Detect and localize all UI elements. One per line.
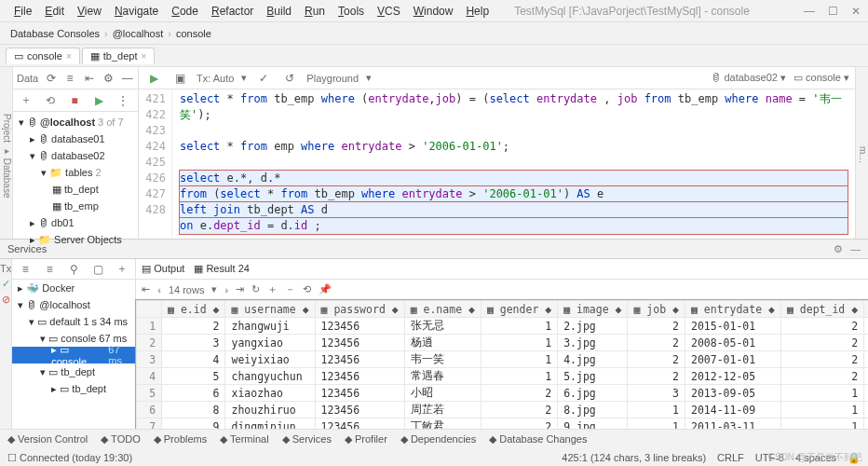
- svc-node[interactable]: ▸ ▭ console 67 ms: [12, 347, 135, 363]
- add-icon[interactable]: ＋: [17, 91, 35, 110]
- menu-file[interactable]: File: [7, 5, 38, 18]
- hide-icon[interactable]: —: [850, 243, 861, 255]
- svc-node[interactable]: ▾ 🛢 @localhost: [12, 296, 135, 313]
- tool-profiler[interactable]: ◆ Profiler: [345, 433, 387, 445]
- gear-icon[interactable]: ⚙: [834, 243, 843, 255]
- project-tool-stripe[interactable]: Project ▸ Database: [0, 67, 13, 239]
- tool-dependencies[interactable]: ◆ Dependencies: [400, 433, 476, 445]
- schema-indicator[interactable]: 🛢 database02 ▾: [711, 72, 786, 84]
- prev-page-icon[interactable]: ‹: [157, 284, 161, 295]
- hide-icon[interactable]: —: [120, 69, 134, 88]
- refresh-icon[interactable]: ⟳: [44, 69, 58, 88]
- tree-node[interactable]: ▾ 📁 tables 2: [13, 164, 138, 181]
- svc-node[interactable]: ▸ 🐳 Docker: [12, 280, 135, 296]
- close-icon[interactable]: ×: [141, 51, 146, 62]
- table-row[interactable]: 12zhangwuji123456张无忌12.jpg22015-01-01220…: [137, 318, 868, 335]
- remove-row-icon[interactable]: －: [285, 282, 295, 296]
- output-tab[interactable]: ▤ Output: [142, 263, 184, 275]
- collapse-all-icon[interactable]: ≡: [40, 260, 59, 279]
- run-icon[interactable]: ▶: [89, 91, 108, 110]
- close-icon[interactable]: ✕: [851, 5, 861, 18]
- crumb-0[interactable]: Database Consoles: [7, 28, 102, 39]
- add-row-icon[interactable]: ＋: [267, 282, 278, 296]
- next-page-icon[interactable]: ›: [224, 284, 228, 295]
- svc-node[interactable]: ▸ ▭ tb_dept: [12, 380, 135, 397]
- svc-node[interactable]: ▾ ▭ default 1 s 34 ms: [12, 313, 135, 330]
- menu-edit[interactable]: Edit: [38, 5, 71, 18]
- col-header[interactable]: ▦ e.create_time ◆: [864, 301, 868, 318]
- menu-vcs[interactable]: VCS: [371, 5, 407, 18]
- right-tool-stripe[interactable]: m…: [855, 67, 868, 239]
- table-row[interactable]: 45changyuchun123456常遇春15.jpg22012-12-052…: [137, 368, 868, 385]
- console-indicator[interactable]: ▭ console ▾: [793, 72, 849, 84]
- execute-icon[interactable]: ▶: [144, 69, 163, 88]
- menu-code[interactable]: Code: [165, 5, 205, 18]
- more-icon[interactable]: ⋮: [114, 91, 132, 110]
- tree-node[interactable]: ▦ tb_emp: [13, 198, 138, 214]
- tx-mode[interactable]: Tx: Auto: [197, 73, 234, 84]
- settings-icon[interactable]: ⚙: [102, 69, 115, 88]
- tool-terminal[interactable]: ◆ Terminal: [220, 433, 268, 445]
- expand-all-icon[interactable]: ≡: [16, 260, 34, 279]
- crumb-1[interactable]: @localhost: [110, 28, 167, 39]
- collapse-icon[interactable]: ⇤: [82, 69, 96, 88]
- col-header[interactable]: ▦ entrydate ◆: [685, 301, 780, 318]
- db-root[interactable]: ▾ 🛢 @localhost 3 of 7: [13, 114, 138, 130]
- explain-icon[interactable]: ▣: [170, 69, 189, 88]
- last-page-icon[interactable]: ⇥: [236, 283, 244, 295]
- reload-icon[interactable]: ↻: [251, 283, 260, 295]
- minimize-icon[interactable]: —: [804, 5, 815, 18]
- tree-node[interactable]: ▸ 🛢 database01: [13, 130, 138, 147]
- close-icon[interactable]: ×: [66, 51, 72, 62]
- menu-run[interactable]: Run: [298, 5, 332, 18]
- revert-icon[interactable]: ⟲: [303, 283, 311, 295]
- commit-icon[interactable]: ✓: [254, 69, 273, 88]
- tab-console[interactable]: ▭ console ×: [6, 48, 80, 64]
- menu-tools[interactable]: Tools: [332, 5, 371, 18]
- menu-help[interactable]: Help: [459, 5, 495, 18]
- crumb-2[interactable]: console: [173, 28, 214, 39]
- col-header[interactable]: ▦ e.id ◆: [162, 301, 225, 318]
- filter-icon[interactable]: ⚲: [64, 260, 83, 279]
- check-icon[interactable]: ✓: [2, 278, 10, 290]
- col-header[interactable]: ▦ image ◆: [558, 301, 628, 318]
- col-header[interactable]: ▦ gender ◆: [481, 301, 557, 318]
- result-tab[interactable]: ▦ Result 24: [194, 263, 250, 275]
- table-row[interactable]: 56xiaozhao123456小昭26.jpg32013-09-0512024…: [137, 385, 868, 402]
- first-page-icon[interactable]: ⇤: [142, 283, 150, 295]
- sync-icon[interactable]: ⟲: [41, 91, 60, 110]
- stop-icon[interactable]: ■: [65, 91, 84, 110]
- code-editor[interactable]: select * from tb_emp where (entrydate,jo…: [172, 89, 855, 239]
- add-icon[interactable]: ＋: [113, 260, 131, 279]
- menu-navigate[interactable]: Navigate: [108, 5, 165, 18]
- menu-view[interactable]: View: [71, 5, 108, 18]
- tool-version control[interactable]: ◆ Version Control: [7, 433, 88, 445]
- group-icon[interactable]: ▢: [88, 260, 107, 279]
- tool-services[interactable]: ◆ Services: [282, 433, 332, 445]
- pin-icon[interactable]: 📌: [319, 283, 332, 295]
- col-header[interactable]: ▦ dept_id ◆: [780, 301, 863, 318]
- tree-node[interactable]: ▦ tb_dept: [13, 181, 138, 198]
- menu-build[interactable]: Build: [260, 5, 298, 18]
- menu-window[interactable]: Window: [407, 5, 460, 18]
- tree-node[interactable]: ▸ 🛢 db01: [13, 214, 138, 231]
- tool-problems[interactable]: ◆ Problems: [154, 433, 208, 445]
- tree-node[interactable]: ▾ 🛢 database02: [13, 147, 138, 164]
- col-header[interactable]: ▦ password ◆: [315, 301, 404, 318]
- tab-tb-dept[interactable]: ▦ tb_dept ×: [82, 48, 156, 64]
- table-row[interactable]: 23yangxiao123456杨逍13.jpg22008-05-0122024…: [137, 335, 868, 351]
- maximize-icon[interactable]: ☐: [828, 5, 838, 18]
- filter-icon[interactable]: ≡: [63, 69, 77, 88]
- tool-database changes[interactable]: ◆ Database Changes: [489, 433, 587, 445]
- rollback-icon[interactable]: ↺: [280, 69, 299, 88]
- col-header[interactable]: ▦ e.name ◆: [404, 301, 481, 318]
- tool-todo[interactable]: ◆ TODO: [101, 433, 140, 445]
- playground-label[interactable]: Playground: [306, 73, 359, 84]
- menu-refactor[interactable]: Refactor: [205, 5, 260, 18]
- table-row[interactable]: 68zhouzhiruo123456周芷若28.jpg12014-11-0912…: [137, 402, 868, 418]
- col-header[interactable]: ▦ username ◆: [225, 301, 315, 318]
- table-row[interactable]: 34weiyixiao123456韦一笑14.jpg22007-01-01220…: [137, 351, 868, 368]
- line-separator[interactable]: CRLF: [717, 452, 744, 464]
- cancel-icon[interactable]: ⊘: [2, 294, 10, 306]
- col-header[interactable]: ▦ job ◆: [628, 301, 685, 318]
